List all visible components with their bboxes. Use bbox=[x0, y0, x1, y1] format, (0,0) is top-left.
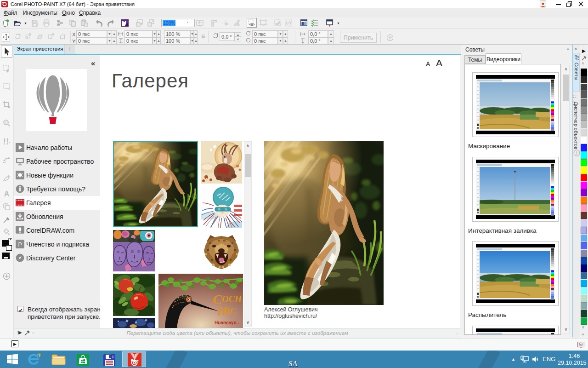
svg-text:Huancayo -: Huancayo - bbox=[215, 320, 239, 325]
svg-text:IC: IC bbox=[226, 306, 237, 316]
svg-text:E: E bbox=[112, 355, 115, 359]
svg-text:P: P bbox=[18, 242, 22, 248]
svg-text:OCH: OCH bbox=[222, 294, 243, 304]
